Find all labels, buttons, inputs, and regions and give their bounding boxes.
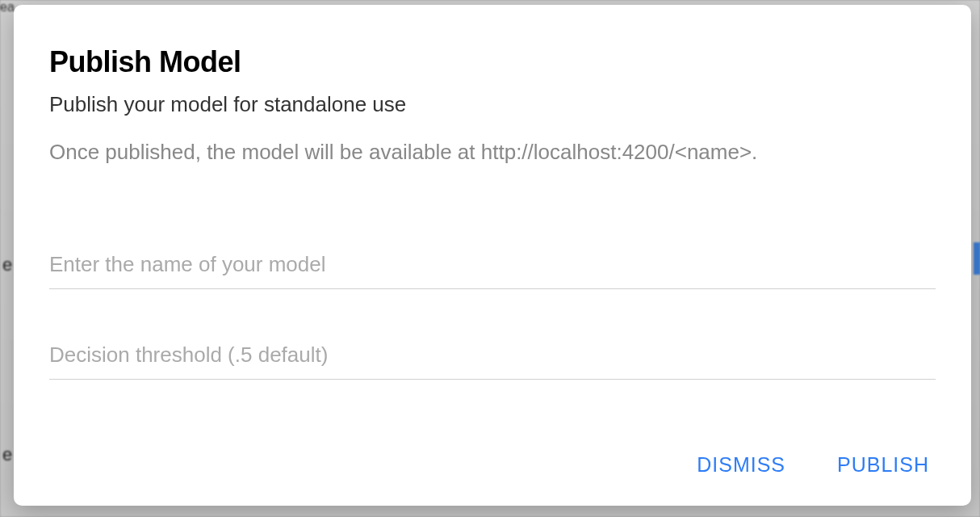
publish-button[interactable]: PUBLISH bbox=[834, 448, 932, 481]
dialog-title: Publish Model bbox=[49, 45, 936, 79]
publish-model-dialog: Publish Model Publish your model for sta… bbox=[14, 5, 971, 506]
dialog-subtitle: Publish your model for standalone use bbox=[49, 92, 936, 117]
backdrop-text: e bbox=[2, 254, 12, 275]
dismiss-button[interactable]: DISMISS bbox=[693, 448, 789, 481]
dialog-description: Once published, the model will be availa… bbox=[49, 140, 936, 165]
backdrop-text: e bbox=[2, 444, 12, 465]
dialog-actions: DISMISS PUBLISH bbox=[49, 416, 936, 481]
model-name-input[interactable] bbox=[49, 246, 936, 289]
decision-threshold-input[interactable] bbox=[49, 336, 936, 380]
backdrop-text: ea bbox=[0, 0, 15, 15]
backdrop-accent bbox=[974, 242, 980, 275]
